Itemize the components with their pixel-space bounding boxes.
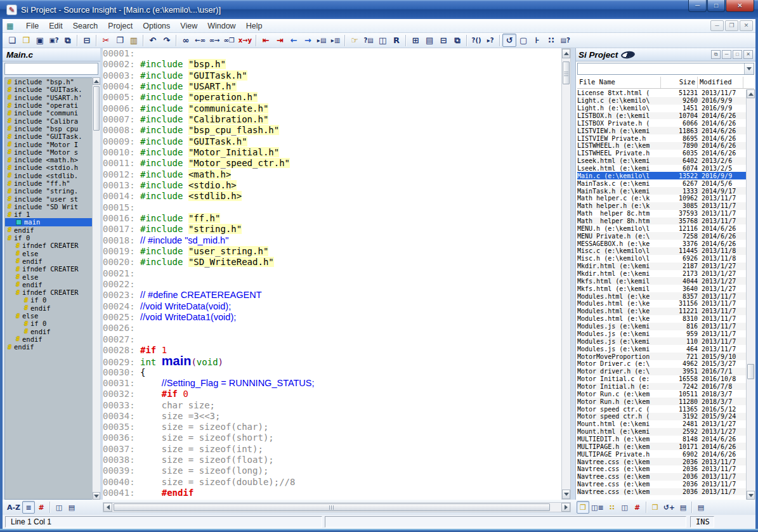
file-row[interactable]: LISTVIEW.h (e:\kemi118632014/6/26 (577, 127, 746, 134)
scroll-thumb[interactable] (747, 364, 754, 379)
symbol-item[interactable]: #include <stdlib. (5, 172, 98, 179)
scroll-right-button[interactable] (561, 503, 570, 512)
scroll-thumb[interactable] (563, 62, 570, 84)
file-row[interactable]: LISTBOX_Private.h (60662014/6/26 (577, 119, 746, 127)
editor-hscrollbar[interactable] (103, 502, 571, 512)
whatis-help-icon[interactable]: ▸? (483, 34, 497, 47)
dock-button[interactable]: ⧉ (711, 50, 721, 59)
title-bar[interactable]: ✎ Si Project - Source Insight - [Main.c … (0, 0, 758, 19)
menu-view[interactable]: View (175, 20, 202, 32)
symbol-item[interactable]: #else (5, 312, 98, 320)
new-file-icon[interactable]: ❏ (5, 34, 19, 47)
child-minimize-button[interactable]: ─ (710, 20, 724, 31)
file-view-icon[interactable]: ▤ (677, 501, 689, 514)
save-all-icon[interactable]: ⧉ (61, 34, 75, 47)
column-size[interactable]: Size (661, 77, 698, 88)
symbol-properties-icon[interactable]: ▤ (65, 501, 78, 514)
file-row[interactable]: Mkfs.html (e:\kemil40442013/1/27 (577, 277, 746, 285)
go-back-icon[interactable]: ← (287, 34, 301, 47)
sort-alphabetic-icon[interactable]: A-Z (5, 501, 22, 514)
symbol-item[interactable]: #include <stdio.h (5, 164, 98, 171)
file-row[interactable]: Modules.js (e:\kemi8162013/11/7 (577, 323, 746, 330)
symbol-list-scrollbar[interactable] (92, 77, 100, 500)
editor-line[interactable]: 00011: #include "Motor_speed_ctr.h" (103, 158, 561, 169)
file-row[interactable]: Modules.js (e:\kemi9592013/11/7 (577, 330, 746, 338)
cascade-windows-icon[interactable]: ⧉ (450, 34, 464, 47)
chevron-down-icon[interactable] (744, 63, 754, 74)
file-row[interactable]: Mount.html (e:\kemi24812013/1/27 (577, 420, 746, 428)
symbol-item[interactable]: #include "GUITask. (5, 133, 98, 140)
editor-line[interactable]: 00004: #include "USART.h" (103, 81, 561, 92)
help-book-icon[interactable]: ◫ (53, 501, 65, 514)
file-row[interactable]: Misc.h (e:\kemilo\l69262013/11/8 (577, 255, 746, 263)
open-file-icon[interactable]: ❒ (19, 34, 33, 47)
go-forward-icon[interactable]: → (301, 34, 315, 47)
editor-line[interactable]: 00015: (103, 202, 561, 213)
project-window-icon[interactable]: ↺ (502, 34, 516, 47)
file-row[interactable]: Lseek.html (e:\kemi60742013/2/5 (577, 165, 746, 172)
file-row[interactable]: Light.h (e:\kemilo\14512016/9/9 (577, 105, 746, 112)
symbol-item[interactable]: #endif (5, 335, 98, 343)
editor-line[interactable]: 00018: // #include "sd_mid.h" (103, 235, 561, 246)
find-icon[interactable]: ∞ (179, 34, 193, 47)
file-row[interactable]: Motor_Initial.c (e:165582016/10/8 (577, 375, 746, 383)
menu-project[interactable]: Project (103, 20, 138, 32)
help-book-icon[interactable]: ◫ (618, 501, 631, 514)
undo-icon[interactable]: ↶ (146, 34, 160, 47)
go-forward-edit-icon[interactable]: ⇥ (273, 34, 287, 47)
symbol-item[interactable]: #include <math.h> (5, 156, 98, 164)
file-row[interactable]: MainTask.c (e:\kemi62672014/5/6 (577, 179, 746, 187)
symbol-item[interactable]: #include "string. (5, 187, 98, 195)
editor-line[interactable]: 00026: (103, 323, 561, 334)
go-back-edit-icon[interactable]: ⇤ (259, 34, 273, 47)
editor-line[interactable]: 00005: #include "operation.h" (103, 92, 561, 103)
symbol-item[interactable]: #include "user_st (5, 195, 98, 202)
panel-minimize-button[interactable]: ─ (722, 50, 731, 59)
relation-window-icon[interactable]: R (389, 34, 403, 47)
file-row[interactable]: LISTWHEEL_Private.h60352014/6/26 (577, 150, 746, 157)
file-row[interactable]: Navtree.css (e:\kem20362013/11/7 (577, 488, 746, 496)
symbol-item[interactable]: #endif (5, 226, 98, 234)
editor-line[interactable]: 00006: #include "communicate.h" (103, 103, 561, 114)
column-modified[interactable]: Modified (698, 77, 743, 88)
file-row[interactable]: Modules.js (e:\kemi1102013/11/7 (577, 337, 746, 345)
editor-line[interactable]: 00031: //Setting_Flag = RUNNING_STATUS; (103, 378, 561, 389)
symbol-item[interactable]: #include "GUITask. (5, 86, 98, 93)
symbol-item[interactable]: #include "operati (5, 101, 98, 109)
symbol-item[interactable]: #include "bsp.h" (5, 78, 98, 86)
file-row[interactable]: MULTIPAGE.h (e:\kem101712014/6/26 (577, 443, 746, 450)
editor-line[interactable]: 00025: //void WriteData1(void); (103, 312, 561, 323)
file-row[interactable]: Misc.c (e:\kemilo\l114452013/11/8 (577, 247, 746, 255)
file-row[interactable]: License_8txt.html (512312013/11/7 (577, 89, 746, 97)
cut-icon[interactable]: ✂ (99, 34, 113, 47)
file-row[interactable]: MainTask.h (e:\kemi13332014/9/17 (577, 187, 746, 195)
editor-line[interactable]: 00036: size = sizeof(short); (103, 432, 561, 443)
editor-line[interactable]: 00021: (103, 268, 561, 279)
menu-window[interactable]: Window (202, 20, 240, 32)
symbol-filter-input[interactable] (5, 65, 98, 75)
editor-line[interactable]: 00008: #include "bsp_cpu_flash.h" (103, 125, 561, 136)
editor-line[interactable]: 00020: #include "SD_WriteRead.h" (103, 257, 561, 268)
editor-line[interactable]: 00022: (103, 279, 561, 290)
file-row[interactable]: MENU_Private.h (e:\72582014/6/26 (577, 232, 746, 240)
symbol-filter-box[interactable] (4, 63, 98, 75)
symbol-item[interactable]: #include "Calibra (5, 117, 98, 124)
editor-line[interactable]: 00009: #include "GUITask.h" (103, 136, 561, 147)
full-window-icon[interactable]: ▤ (422, 34, 436, 47)
file-row[interactable]: Mount.html (e:\kemi25922013/1/27 (577, 428, 746, 436)
window-list-icon[interactable]: ◫≡ (589, 501, 606, 514)
file-row[interactable]: Navtree.css (e:\kem20362013/11/7 (577, 473, 746, 481)
copy-icon[interactable]: ❐ (113, 34, 127, 47)
browse-symbol-icon[interactable]: ☞ (348, 34, 362, 47)
file-row[interactable]: Navtree.css (e:\kem20362013/11/7 (577, 481, 746, 488)
scroll-left-button[interactable] (103, 503, 112, 512)
file-row[interactable]: MULTIPAGE_Private.h69022014/6/26 (577, 450, 746, 458)
tile-horizontal-icon[interactable]: ⊟ (436, 34, 450, 47)
child-close-button[interactable]: ✕ (740, 20, 753, 31)
file-categories-icon[interactable]: ∷ (606, 501, 618, 514)
symbol-item[interactable]: #endif (5, 328, 98, 335)
scroll-thumb[interactable] (93, 86, 100, 131)
panel-close-button[interactable]: ✕ (743, 50, 753, 59)
scroll-down-button[interactable] (562, 490, 570, 499)
save-check-icon[interactable]: ▣? (47, 34, 61, 47)
